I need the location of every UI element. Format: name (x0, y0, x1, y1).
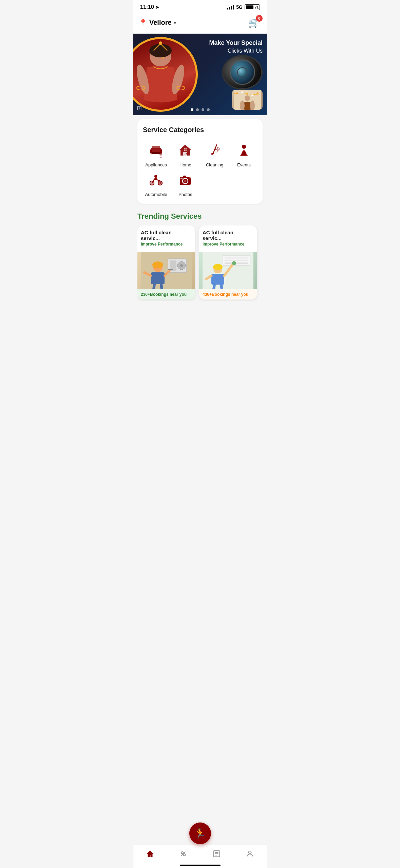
home-label: Home (179, 162, 191, 167)
svg-rect-66 (225, 257, 248, 259)
svg-rect-49 (180, 178, 183, 179)
service-card-1-info: AC full clean servic... Improve Performa… (137, 225, 195, 252)
events-icon (234, 141, 253, 160)
empty-cell-2 (231, 170, 257, 197)
category-cleaning[interactable]: Cleaning (202, 141, 228, 167)
svg-rect-48 (183, 176, 186, 177)
category-appliances[interactable]: Appliances (143, 141, 169, 167)
banner-line2: Clicks With Us (228, 48, 263, 54)
svg-rect-21 (152, 146, 160, 149)
banner-left (133, 34, 200, 115)
svg-point-14 (245, 95, 250, 101)
svg-point-43 (154, 175, 157, 178)
status-bar: 11:10 ➤ 5G 71 (133, 0, 267, 13)
trending-section: Trending Services AC full clean servic..… (133, 208, 267, 306)
photos-icon (176, 170, 195, 189)
svg-rect-20 (151, 152, 161, 154)
cleaning-icon (205, 141, 224, 160)
category-automobile[interactable]: Automobile (143, 170, 169, 197)
svg-line-77 (221, 285, 222, 289)
appliances-label: Appliances (145, 162, 167, 167)
svg-point-57 (152, 261, 163, 268)
service-card-2-footer: 436+Bookings near you (199, 289, 257, 300)
banner-right: Make Your SpecialClicks With Us (200, 34, 267, 115)
photos-label: Photos (178, 192, 192, 197)
service-card-1-footer: 230+Bookings near you (137, 289, 195, 300)
svg-point-10 (241, 91, 243, 93)
cart-badge: 0 (256, 15, 263, 22)
bottom-spacer (133, 306, 267, 340)
service-card-1[interactable]: AC full clean servic... Improve Performa… (137, 225, 195, 300)
category-home[interactable]: Home (172, 141, 198, 167)
svg-point-2 (159, 41, 162, 45)
svg-point-50 (189, 177, 191, 179)
service-card-2-info: AC full clean servic... Improve Performa… (199, 225, 257, 252)
svg-line-63 (161, 284, 162, 289)
grid-icon: ⊞ (137, 104, 142, 112)
svg-line-62 (154, 284, 154, 289)
svg-point-38 (242, 145, 246, 149)
empty-cell-1 (202, 170, 228, 197)
svg-rect-61 (168, 269, 173, 270)
banner: Make Your SpecialClicks With Us (133, 34, 267, 115)
banner-line1: Make Your Special (209, 39, 263, 46)
automobile-label: Automobile (145, 192, 167, 197)
svg-rect-58 (151, 272, 165, 284)
home-icon (176, 141, 195, 160)
service-card-1-image (137, 252, 195, 289)
dot-4 (207, 108, 210, 111)
signal-bars (227, 5, 234, 10)
category-events[interactable]: Events (231, 141, 257, 167)
svg-point-13 (256, 92, 259, 94)
network-type: 5G (236, 4, 243, 10)
location-pin-icon: 📍 (139, 19, 147, 27)
trending-cards: AC full clean servic... Improve Performa… (137, 225, 263, 301)
location-selector[interactable]: 📍 Vellore ▾ (139, 19, 176, 27)
bride-svg (133, 39, 188, 110)
banner-text: Make Your SpecialClicks With Us (209, 39, 263, 55)
svg-point-24 (159, 153, 162, 156)
service-categories-title: Service Categories (143, 126, 257, 134)
dot-1 (191, 108, 193, 111)
svg-point-30 (186, 153, 187, 155)
location-arrow-icon: ➤ (155, 5, 159, 10)
location-label: Vellore (149, 19, 172, 26)
svg-point-34 (218, 146, 218, 146)
service-categories-section: Service Categories (137, 119, 263, 204)
service-card-2-title: AC full clean servic... (203, 230, 253, 241)
svg-point-55 (180, 264, 183, 267)
svg-rect-72 (211, 274, 224, 285)
svg-point-9 (236, 92, 238, 94)
cart-button[interactable]: 🛒 0 (247, 16, 261, 30)
battery-icon: 71 (245, 4, 260, 10)
time: 11:10 (140, 4, 154, 10)
dot-3 (202, 108, 204, 111)
svg-point-71 (213, 264, 223, 270)
cleaning-label: Cleaning (206, 162, 223, 167)
automobile-icon (147, 170, 166, 189)
service-card-2-image (199, 252, 257, 289)
trending-title: Trending Services (137, 212, 263, 221)
svg-point-11 (246, 93, 248, 95)
category-photos[interactable]: Photos (172, 170, 198, 197)
service-card-1-title: AC full clean servic... (141, 230, 192, 241)
svg-point-35 (215, 149, 217, 152)
dot-2 (196, 108, 199, 111)
battery-fill (246, 5, 253, 9)
service-card-1-subtitle: Improve Performance (141, 242, 192, 247)
battery-percent: 71 (255, 5, 259, 9)
svg-point-12 (251, 94, 253, 96)
service-card-2[interactable]: AC full clean servic... Improve Performa… (199, 225, 257, 300)
small-photo (232, 90, 263, 110)
categories-grid-row2: Automobile Pho (143, 170, 257, 197)
svg-point-47 (184, 180, 186, 182)
svg-line-76 (214, 285, 214, 289)
svg-point-36 (217, 148, 220, 150)
camera-lens (222, 55, 263, 90)
chevron-down-icon: ▾ (174, 20, 176, 25)
events-label: Events (237, 162, 251, 167)
service-card-2-subtitle: Improve Performance (203, 242, 253, 247)
header: 📍 Vellore ▾ 🛒 0 (133, 13, 267, 34)
svg-point-1 (149, 44, 172, 57)
categories-grid-row1: Appliances Home (143, 141, 257, 167)
